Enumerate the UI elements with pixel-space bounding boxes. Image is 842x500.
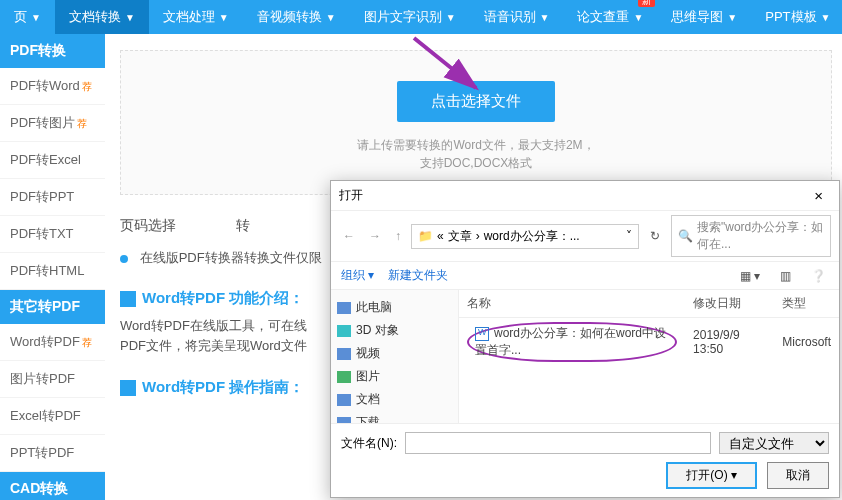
upload-hint-line1: 请上传需要转换的Word文件，最大支持2M， <box>357 138 594 152</box>
sidebar-item[interactable]: 图片转PDF <box>0 361 105 398</box>
folder-icon <box>337 302 351 314</box>
close-icon[interactable]: × <box>806 185 831 206</box>
top-nav: 页▼文档转换▼文档处理▼音视频转换▼图片文字识别▼语音识别▼论文查重▼新思维导图… <box>0 0 842 34</box>
nav-item-5[interactable]: 语音识别▼ <box>470 0 564 34</box>
file-open-dialog: 打开 × ← → ↑ 📁 « 文章 › word办公分享：... ˅ ↻ 🔍 搜… <box>330 180 840 498</box>
sidebar: PDF转换PDF转Word荐PDF转图片荐PDF转ExcelPDF转PPTPDF… <box>0 34 105 500</box>
sidebar-item[interactable]: PDF转PPT <box>0 179 105 216</box>
folder-icon <box>337 394 351 406</box>
dialog-title: 打开 <box>339 187 363 204</box>
sidebar-item[interactable]: PDF转TXT <box>0 216 105 253</box>
filename-input[interactable] <box>405 432 711 454</box>
file-date: 2019/9/9 13:50 <box>685 318 774 367</box>
upload-box: 点击选择文件 请上传需要转换的Word文件，最大支持2M， 支持DOC,DOCX… <box>120 50 832 195</box>
hot-badge: 荐 <box>82 81 92 92</box>
upload-hint: 请上传需要转换的Word文件，最大支持2M， 支持DOC,DOCX格式 <box>121 136 831 172</box>
choose-file-button[interactable]: 点击选择文件 <box>397 81 555 122</box>
guide-icon <box>120 380 136 396</box>
folder-tree: 此电脑3D 对象视频图片文档下载音乐桌面Windows (C:) <box>331 290 459 423</box>
sidebar-item[interactable]: PPT转PDF <box>0 435 105 472</box>
hot-badge: 荐 <box>77 118 87 129</box>
info-icon <box>120 291 136 307</box>
up-icon[interactable]: ↑ <box>391 227 405 245</box>
file-type: Microsoft <box>774 318 839 367</box>
tree-node[interactable]: 文档 <box>335 388 454 411</box>
chevron-down-icon: ▼ <box>326 12 336 23</box>
breadcrumb[interactable]: 📁 « 文章 › word办公分享：... ˅ <box>411 224 639 249</box>
help-icon[interactable]: ❔ <box>808 268 829 284</box>
new-folder-button[interactable]: 新建文件夹 <box>388 267 448 284</box>
organize-menu[interactable]: 组织 ▾ <box>341 267 374 284</box>
details-icon[interactable]: ▥ <box>777 268 794 284</box>
section1-body-2: PDF文件，将完美呈现Word文件 <box>120 338 307 353</box>
folder-icon <box>337 325 351 337</box>
tree-node[interactable]: 此电脑 <box>335 296 454 319</box>
nav-item-3[interactable]: 音视频转换▼ <box>243 0 350 34</box>
sidebar-item[interactable]: PDF转图片荐 <box>0 105 105 142</box>
tip-text: 在线版PDF转换器转换文件仅限 <box>140 250 322 265</box>
chevron-down-icon: ▼ <box>727 12 737 23</box>
open-button[interactable]: 打开(O) ▾ <box>666 462 757 489</box>
badge-new: 新 <box>638 0 655 7</box>
page-select-label: 页码选择 <box>120 217 176 235</box>
sidebar-item[interactable]: PDF转HTML <box>0 253 105 290</box>
sidebar-item[interactable]: Word转PDF荐 <box>0 324 105 361</box>
chevron-down-icon: ▼ <box>31 12 41 23</box>
chevron-down-icon[interactable]: ˅ <box>626 229 632 243</box>
refresh-icon[interactable]: ↻ <box>645 227 665 245</box>
section1-body-1: Word转PDF在线版工具，可在线 <box>120 318 307 333</box>
chevron-down-icon: ▼ <box>219 12 229 23</box>
sidebar-group-2[interactable]: CAD转换 <box>0 472 105 500</box>
nav-item-8[interactable]: PPT模板▼ <box>751 0 842 34</box>
search-placeholder: 搜索"word办公分享：如何在... <box>697 219 824 253</box>
file-name: word办公分享：如何在word中设置首字... <box>475 326 666 357</box>
folder-icon <box>337 371 351 383</box>
nav-item-6[interactable]: 论文查重▼新 <box>563 0 657 34</box>
word-file-icon <box>475 327 489 341</box>
search-icon: 🔍 <box>678 229 693 243</box>
hot-badge: 荐 <box>82 337 92 348</box>
tree-node[interactable]: 下载 <box>335 411 454 423</box>
nav-item-4[interactable]: 图片文字识别▼ <box>350 0 470 34</box>
sidebar-item[interactable]: PDF转Word荐 <box>0 68 105 105</box>
nav-item-2[interactable]: 文档处理▼ <box>149 0 243 34</box>
tree-node[interactable]: 视频 <box>335 342 454 365</box>
sidebar-item[interactable]: PDF转Excel <box>0 142 105 179</box>
nav-item-7[interactable]: 思维导图▼ <box>657 0 751 34</box>
sidebar-item[interactable]: Excel转PDF <box>0 398 105 435</box>
chevron-down-icon: ▼ <box>633 12 643 23</box>
file-list: 名称 修改日期 类型 word办公分享：如何在word中设置首字... 2019… <box>459 290 839 423</box>
section2-title: Word转PDF 操作指南： <box>142 378 304 397</box>
view-icon[interactable]: ▦ ▾ <box>737 268 763 284</box>
folder-icon <box>337 348 351 360</box>
forward-icon[interactable]: → <box>365 227 385 245</box>
file-row[interactable]: word办公分享：如何在word中设置首字... 2019/9/9 13:50 … <box>459 318 839 367</box>
back-icon[interactable]: ← <box>339 227 359 245</box>
nav-item-1[interactable]: 文档转换▼ <box>55 0 149 34</box>
filetype-select[interactable]: 自定义文件 <box>719 432 829 454</box>
sidebar-group-0[interactable]: PDF转换 <box>0 34 105 68</box>
tree-node[interactable]: 图片 <box>335 365 454 388</box>
folder-icon: 📁 <box>418 229 433 243</box>
col-type[interactable]: 类型 <box>774 290 839 318</box>
col-date[interactable]: 修改日期 <box>685 290 774 318</box>
crumb-seg-1[interactable]: 文章 <box>448 228 472 245</box>
col-name[interactable]: 名称 <box>459 290 685 318</box>
search-input[interactable]: 🔍 搜索"word办公分享：如何在... <box>671 215 831 257</box>
nav-item-0[interactable]: 页▼ <box>0 0 55 34</box>
chevron-down-icon: ▼ <box>821 12 831 23</box>
upload-hint-line2: 支持DOC,DOCX格式 <box>420 156 533 170</box>
chevron-down-icon: ▼ <box>125 12 135 23</box>
section1-title: Word转PDF 功能介绍： <box>142 289 304 308</box>
radio-selected-icon[interactable] <box>120 255 128 263</box>
filename-label: 文件名(N): <box>341 435 397 452</box>
tree-node[interactable]: 3D 对象 <box>335 319 454 342</box>
page-select-value: 转 <box>236 217 250 235</box>
crumb-seg-2[interactable]: word办公分享：... <box>484 228 580 245</box>
cancel-button[interactable]: 取消 <box>767 462 829 489</box>
sidebar-group-1[interactable]: 其它转PDF <box>0 290 105 324</box>
chevron-down-icon: ▼ <box>446 12 456 23</box>
chevron-down-icon: ▼ <box>540 12 550 23</box>
